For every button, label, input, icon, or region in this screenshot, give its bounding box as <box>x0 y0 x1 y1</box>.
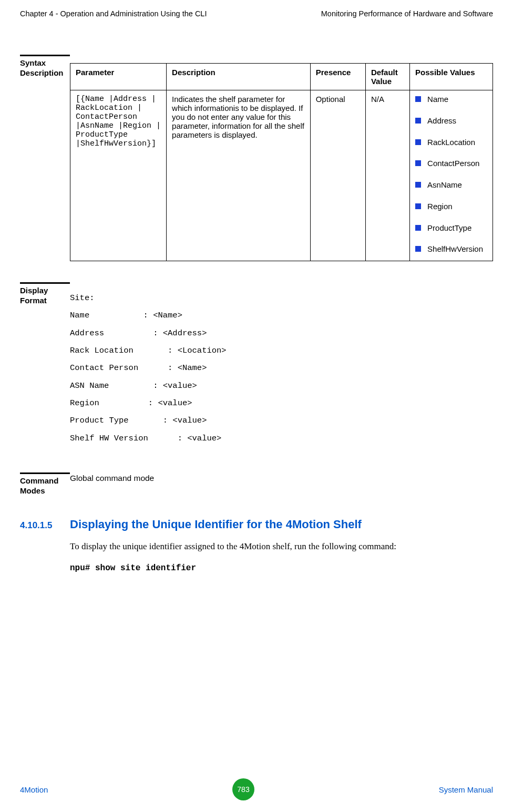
value-text: Name <box>427 95 448 105</box>
bullet-icon <box>415 96 421 102</box>
bullet-icon <box>415 246 421 252</box>
command-modes-body: Global command mode <box>70 472 493 483</box>
display-body: Site: Name : <Name> Address : <Address> … <box>70 282 493 447</box>
bullet-icon <box>415 118 421 124</box>
list-item: Region <box>415 202 487 212</box>
command-modes-label: Command Modes <box>20 472 70 496</box>
value-text: AsnName <box>427 180 462 190</box>
display-format-text: Site: Name : <Name> Address : <Address> … <box>70 290 493 447</box>
table-row: [{Name |Address | RackLocation | Contact… <box>70 90 493 261</box>
col-values: Possible Values <box>410 64 493 90</box>
footer-right: System Manual <box>439 785 493 794</box>
list-item: RackLocation <box>415 138 487 148</box>
syntax-table: Parameter Description Presence Default V… <box>70 63 493 261</box>
values-list: Name Address RackLocation ContactPerson … <box>415 95 487 254</box>
bullet-icon <box>415 225 421 231</box>
cell-parameter: [{Name |Address | RackLocation | Contact… <box>70 90 167 261</box>
list-item: Name <box>415 95 487 105</box>
cell-description: Indicates the shelf parameter for which … <box>167 90 311 261</box>
page-footer: 4Motion 783 System Manual <box>0 778 513 800</box>
page-content: Syntax Description Parameter Description… <box>0 18 513 573</box>
subsection-number: 4.10.1.5 <box>20 520 70 531</box>
subsection-title: Displaying the Unique Identifier for the… <box>70 518 362 531</box>
header-left: Chapter 4 - Operation and Administration… <box>20 9 207 18</box>
bullet-icon <box>415 203 421 209</box>
list-item: ShelfHwVersion <box>415 244 487 254</box>
value-text: RackLocation <box>427 138 475 148</box>
col-description: Description <box>167 64 311 90</box>
value-text: Address <box>427 116 456 126</box>
bullet-icon <box>415 182 421 188</box>
subsection-heading: 4.10.1.5 Displaying the Unique Identifie… <box>20 518 493 531</box>
value-text: Region <box>427 202 453 212</box>
page-number-badge: 783 <box>232 778 254 800</box>
cell-default: N/A <box>365 90 409 261</box>
display-label: Display Format <box>20 282 70 306</box>
value-text: ShelfHwVersion <box>427 244 483 254</box>
syntax-section: Syntax Description Parameter Description… <box>20 55 493 261</box>
table-header-row: Parameter Description Presence Default V… <box>70 64 493 90</box>
list-item: ContactPerson <box>415 159 487 169</box>
header-right: Monitoring Performance of Hardware and S… <box>321 9 493 18</box>
value-text: ProductType <box>427 223 471 233</box>
command-modes-section: Command Modes Global command mode <box>20 472 493 496</box>
bullet-icon <box>415 139 421 145</box>
page-header: Chapter 4 - Operation and Administration… <box>0 0 513 18</box>
footer-left: 4Motion <box>20 785 48 794</box>
list-item: ProductType <box>415 223 487 233</box>
col-parameter: Parameter <box>70 64 167 90</box>
subsection-paragraph: To display the unique identifier assigne… <box>70 540 493 553</box>
list-item: Address <box>415 116 487 126</box>
col-presence: Presence <box>310 64 365 90</box>
display-section: Display Format Site: Name : <Name> Addre… <box>20 282 493 447</box>
syntax-label: Syntax Description <box>20 55 70 78</box>
cell-values: Name Address RackLocation ContactPerson … <box>410 90 493 261</box>
command-line: npu# show site identifier <box>70 563 493 573</box>
bullet-icon <box>415 160 421 166</box>
syntax-body: Parameter Description Presence Default V… <box>70 55 493 261</box>
col-default: Default Value <box>365 64 409 90</box>
value-text: ContactPerson <box>427 159 479 169</box>
list-item: AsnName <box>415 180 487 190</box>
cell-presence: Optional <box>310 90 365 261</box>
